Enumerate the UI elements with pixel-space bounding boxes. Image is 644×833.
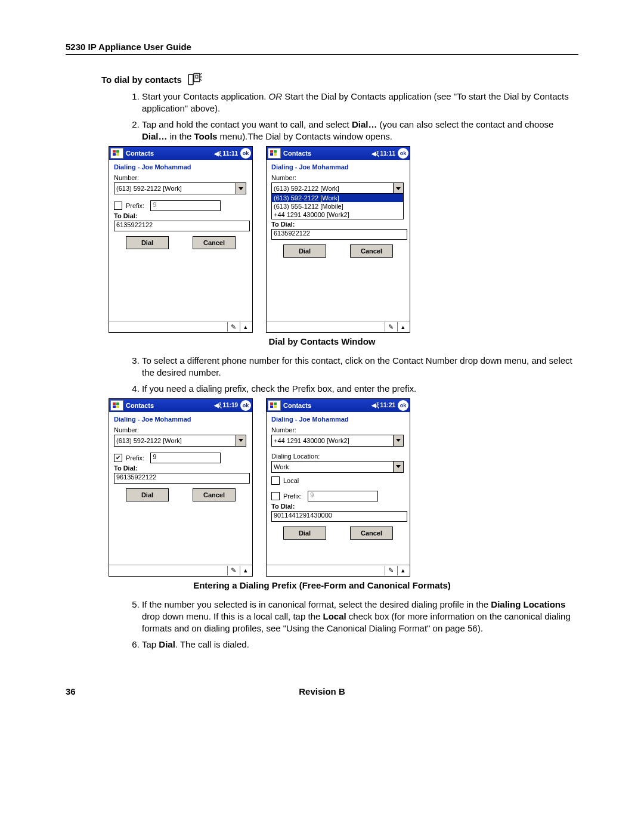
chevron-down-icon[interactable] <box>393 462 403 472</box>
figure-caption-1: Dial by Contacts Window <box>66 336 578 346</box>
up-arrow-icon[interactable]: ▴ <box>397 566 408 575</box>
number-dropdown-list[interactable]: (613) 592-2122 [Work] (613) 555-1212 [Mo… <box>271 193 404 219</box>
number-label: Number: <box>271 426 405 433</box>
svg-rect-8 <box>274 150 277 153</box>
section-heading: To dial by contacts <box>101 75 182 85</box>
todial-value: 6135922122 <box>271 229 407 240</box>
chevron-down-icon[interactable] <box>393 183 403 194</box>
ok-button[interactable]: ok <box>398 148 408 159</box>
revision: Revision B <box>299 686 345 696</box>
start-icon[interactable] <box>110 148 123 159</box>
app-title: Contacts <box>126 150 212 157</box>
dropdown-option[interactable]: +44 1291 430000 [Work2] <box>272 210 403 219</box>
svg-rect-12 <box>116 402 119 405</box>
keyboard-icon[interactable]: ✎ <box>227 322 239 332</box>
contacts-icon <box>188 73 203 86</box>
number-label: Number: <box>114 426 247 433</box>
dial-button[interactable]: Dial <box>283 244 326 258</box>
svg-rect-0 <box>188 75 193 85</box>
ok-button[interactable]: ok <box>398 400 408 411</box>
cancel-button[interactable]: Cancel <box>193 236 236 249</box>
ok-button[interactable]: ok <box>240 148 251 159</box>
dial-button[interactable]: Dial <box>126 236 169 249</box>
figure-caption-2: Entering a Dialing Prefix (Free-Form and… <box>66 580 578 590</box>
prefix-input[interactable]: 9 <box>150 200 221 211</box>
start-icon[interactable] <box>268 148 281 159</box>
prefix-checkbox[interactable]: ✔ <box>114 454 122 462</box>
chevron-down-icon[interactable] <box>236 183 246 194</box>
status-icons: ◀ξ 11:11 <box>371 150 395 157</box>
svg-rect-6 <box>116 153 119 156</box>
screenshot-prefix-canonical: Contacts ◀ξ 11:21 ok Dialing - Joe Moham… <box>266 398 410 577</box>
svg-rect-16 <box>274 402 277 405</box>
app-title: Contacts <box>126 402 212 409</box>
screenshot-prefix-freeform: Contacts ◀ξ 11:19 ok Dialing - Joe Moham… <box>109 398 253 577</box>
svg-rect-14 <box>116 405 119 408</box>
svg-rect-7 <box>270 150 273 153</box>
status-icons: ◀ξ 11:21 <box>371 402 395 408</box>
svg-rect-15 <box>270 402 273 405</box>
prefix-input[interactable]: 9 <box>150 453 221 463</box>
svg-rect-17 <box>270 405 273 408</box>
number-dropdown[interactable]: (613) 592-2122 [Work] (613) 592-2122 [Wo… <box>271 182 404 194</box>
svg-rect-4 <box>116 150 119 153</box>
dropdown-option[interactable]: (613) 555-1212 [Mobile] <box>272 202 403 210</box>
prefix-checkbox[interactable] <box>114 202 122 210</box>
svg-rect-10 <box>274 153 277 156</box>
up-arrow-icon[interactable]: ▴ <box>240 322 251 332</box>
svg-rect-5 <box>113 153 116 156</box>
app-title: Contacts <box>283 402 369 409</box>
cancel-button[interactable]: Cancel <box>350 244 393 258</box>
ok-button[interactable]: ok <box>240 400 251 411</box>
number-label: Number: <box>114 174 247 181</box>
svg-rect-13 <box>113 405 116 408</box>
chevron-down-icon[interactable] <box>393 435 403 446</box>
prefix-label: Prefix: <box>126 202 144 209</box>
prefix-label: Prefix: <box>126 454 144 462</box>
step-5: If the number you selected is in canonic… <box>142 599 578 635</box>
todial-label: To Dial: <box>271 503 405 510</box>
number-dropdown[interactable]: (613) 592-2122 [Work] <box>114 435 246 447</box>
dial-button[interactable]: Dial <box>126 488 169 501</box>
local-label: Local <box>283 477 299 484</box>
start-icon[interactable] <box>268 400 281 411</box>
step-4: If you need a dialing prefix, check the … <box>142 383 578 395</box>
prefix-checkbox[interactable] <box>271 492 280 500</box>
todial-value: 96135922122 <box>114 473 250 484</box>
prefix-label: Prefix: <box>283 493 302 500</box>
dial-button[interactable]: Dial <box>283 527 326 540</box>
dialing-location-label: Dialing Location: <box>271 453 405 460</box>
screenshot-dial-contacts-b: Contacts ◀ξ 11:11 ok Dialing - Joe Moham… <box>266 146 410 333</box>
svg-rect-9 <box>270 153 273 156</box>
cancel-button[interactable]: Cancel <box>193 488 236 501</box>
dialing-header: Dialing - Joe Mohammad <box>114 163 247 171</box>
status-icons: ◀ξ 11:11 <box>214 150 238 157</box>
number-label: Number: <box>271 174 405 181</box>
local-checkbox[interactable] <box>271 476 280 485</box>
keyboard-icon[interactable]: ✎ <box>385 322 396 332</box>
app-title: Contacts <box>283 150 369 157</box>
number-dropdown[interactable]: +44 1291 430000 [Work2] <box>271 435 404 447</box>
dialing-header: Dialing - Joe Mohammad <box>114 416 247 423</box>
svg-rect-11 <box>113 402 116 405</box>
cancel-button[interactable]: Cancel <box>350 527 393 540</box>
dropdown-option[interactable]: (613) 592-2122 [Work] <box>272 194 403 202</box>
svg-rect-18 <box>274 405 277 408</box>
svg-rect-3 <box>113 150 116 153</box>
keyboard-icon[interactable]: ✎ <box>227 566 239 575</box>
keyboard-icon[interactable]: ✎ <box>385 566 396 575</box>
todial-label-clipped: To Dial: <box>271 221 405 228</box>
todial-value: 6135922122 <box>114 221 250 231</box>
number-dropdown[interactable]: (613) 592-2122 [Work] <box>114 182 246 194</box>
step-2: Tap and hold the contact you want to cal… <box>142 119 578 143</box>
chevron-down-icon[interactable] <box>236 435 246 446</box>
up-arrow-icon[interactable]: ▴ <box>240 566 251 575</box>
start-icon[interactable] <box>110 400 123 411</box>
svg-rect-1 <box>194 73 200 82</box>
up-arrow-icon[interactable]: ▴ <box>397 322 408 332</box>
dialing-location-dropdown[interactable]: Work <box>271 461 404 473</box>
todial-label: To Dial: <box>114 465 247 472</box>
dialing-header: Dialing - Joe Mohammad <box>271 163 405 171</box>
prefix-input[interactable]: 9 <box>308 491 378 501</box>
page-number: 36 <box>66 686 76 696</box>
